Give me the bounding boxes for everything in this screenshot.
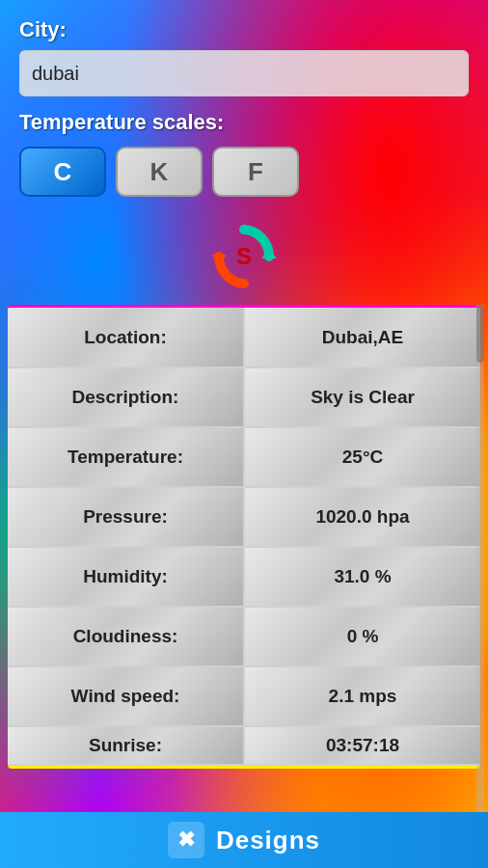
scale-btn-k[interactable]: K [116, 147, 203, 197]
scrollbar-track[interactable] [476, 305, 484, 812]
designs-icon[interactable]: ✖ [168, 822, 204, 858]
value-location: Dubai,AE [244, 308, 480, 367]
refresh-area: S [0, 216, 488, 305]
value-description: Sky is Clear [244, 367, 480, 427]
table-row: Wind speed: 2.1 mps [8, 666, 480, 726]
bottom-title: Designs [216, 826, 320, 855]
table-row: Sunrise: 03:57:18 [8, 726, 480, 765]
value-sunrise: 03:57:18 [244, 726, 480, 765]
scale-buttons: C K F [19, 147, 469, 197]
label-humidity: Humidity: [8, 547, 244, 607]
label-pressure: Pressure: [8, 487, 244, 547]
scale-btn-c[interactable]: C [19, 147, 106, 197]
table-row: Temperature: 25°C [8, 427, 480, 487]
scale-btn-f[interactable]: F [212, 147, 299, 197]
label-cloudiness: Cloudiness: [8, 607, 244, 666]
table-row: Humidity: 31.0 % [8, 547, 480, 607]
refresh-button[interactable]: S [209, 222, 279, 291]
label-description: Description: [8, 367, 244, 427]
value-pressure: 1020.0 hpa [244, 487, 480, 547]
label-location: Location: [8, 308, 244, 367]
table-row: Cloudiness: 0 % [8, 607, 480, 666]
table-row: Description: Sky is Clear [8, 367, 480, 427]
weather-table: Location: Dubai,AE Description: Sky is C… [8, 308, 480, 766]
value-temperature: 25°C [244, 427, 480, 487]
label-sunrise: Sunrise: [8, 726, 244, 765]
label-windspeed: Wind speed: [8, 666, 244, 726]
value-humidity: 31.0 % [244, 547, 480, 607]
x-icon: ✖ [177, 827, 195, 853]
label-temperature: Temperature: [8, 427, 244, 487]
temp-scale-label: Temperature scales: [19, 110, 469, 135]
weather-table-container: Location: Dubai,AE Description: Sky is C… [8, 305, 480, 769]
city-input[interactable] [19, 50, 469, 96]
value-windspeed: 2.1 mps [244, 666, 480, 726]
value-cloudiness: 0 % [244, 607, 480, 666]
city-label: City: [19, 17, 469, 42]
svg-text:S: S [236, 243, 252, 269]
table-row: Pressure: 1020.0 hpa [8, 487, 480, 547]
bottom-bar: ✖ Designs [0, 812, 488, 868]
scrollbar-thumb[interactable] [476, 305, 484, 363]
table-row: Location: Dubai,AE [8, 308, 480, 367]
top-section: City: Temperature scales: C K F [0, 0, 488, 216]
data-section: Location: Dubai,AE Description: Sky is C… [4, 305, 484, 812]
